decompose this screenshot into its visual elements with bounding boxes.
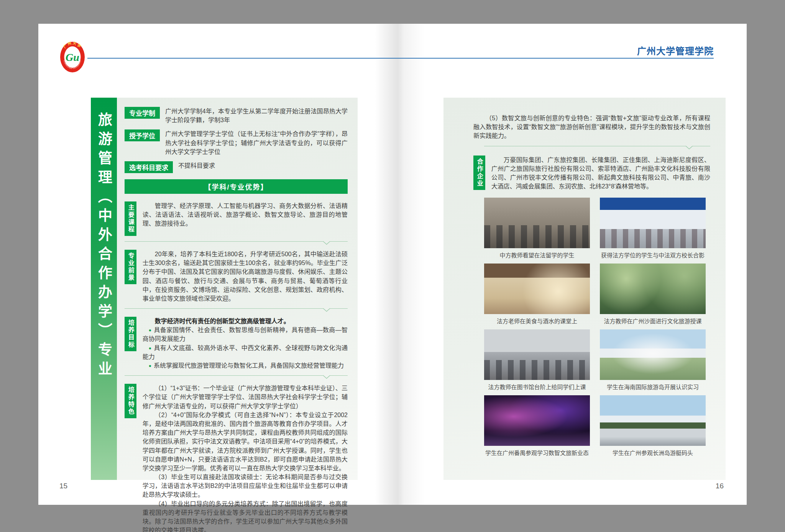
career-prospects-text: 20年来，培养了本科生近1800名，升学考研近500名，其中输送赴法硕士生300… [143,250,348,303]
page-number-left: 15 [59,482,67,490]
school-title: 广州大学管理学院 [637,44,714,57]
photo-degree-ceremony [600,198,706,248]
info-row-subject-requirement: 选考科目要求 不提科目要求 [125,161,348,173]
objective-bullet-text: 具备家国情怀、社会责任、数智思维与创新精神，具有德商—数商—智商协同发展能力 [143,327,348,342]
feature-paragraph-4: （4）毕业出口导向的多元分类培养方式：除了出国出境留学，也高度重视国内的考研升学… [143,499,348,532]
photo-item: 学生在广州番禺参观学习数智文旅新业态 [484,395,590,457]
photo-panyu-digital-tourism [484,395,590,446]
info-row-degree: 授予学位 广州大学管理学学士学位（证书上无标注“中外合作办学”字样），昂热大学社… [125,129,348,156]
photo-food-wine-class [484,264,590,314]
subject-requirement-text: 不提科目要求 [178,161,348,170]
photo-library-steps-class [484,329,590,380]
section-divider [125,308,348,312]
divider-chevron-icon [686,146,693,149]
objective-bullet: ●系统掌握现代旅游管理理论与数智化工具，具备国际文旅经营管理能力 [143,361,348,370]
objective-bullet: ●具备家国情怀、社会责任、数智思维与创新精神，具有德商—数商—智商协同发展能力 [143,326,348,343]
photo-teachers-visit-france [484,198,590,248]
section-career-prospects: 专业前景 20年来，培养了本科生近1800名，升学考研近500名，其中输送赴法硕… [125,250,348,303]
section-training-objectives: 培养目标 数字经济时代有责任的创新型文旅高级管理人才。 ●具备家国情怀、社会责任… [125,317,348,370]
section-divider [484,146,710,149]
objectives-headline: 数字经济时代有责任的创新型文旅高级管理人才。 [143,317,348,326]
feature-paragraph-1: （1）“1+3”证书：一个毕业证（广州大学旅游管理专业本科毕业证）、三个学位证（… [143,384,348,411]
photo-caption: 学生在广州参观长洲岛游艇码头 [600,449,706,457]
photo-caption: 法方教师在图书馆台阶上给同学们上课 [484,383,590,391]
bullet-icon: ● [149,363,151,368]
section-divider [125,241,348,245]
photo-caption: 学生在广州番禺参观学习数智文旅新业态 [484,449,590,457]
photo-item: 法方教师在广州沙面进行文化旅游授课 [600,264,706,325]
feature-paragraph-2: （2）“4+0”国际化办学模式（可自主选择“N+N”）：本专业设立于2002年，… [143,411,348,473]
main-courses-text: 管理学、经济学原理、人工智能与机器学习、商务大数据分析、法语精读、法语语法、法语… [143,201,348,228]
photo-item: 学生在广州参观长洲岛游艇码头 [600,395,706,457]
objective-bullet: ●具有人文底蕴、较高外语水平、中西文化素养、全球视野与跨文化沟通能力 [143,344,348,361]
photo-caption: 中方教师看望在法留学的学生 [484,251,590,259]
vtag-training-features: 培养特色 [125,384,136,418]
divider-chevron-icon [323,241,330,245]
section-main-courses: 主要课程 管理学、经济学原理、人工智能与机器学习、商务大数据分析、法语精读、法语… [125,201,348,236]
partner-companies-text: 万豪国际集团、广东旅控集团、长隆集团、正佳集团、上海迪斯尼度假区、广州广之旅国际… [491,156,710,191]
vtag-career-prospects: 专业前景 [125,250,136,284]
left-page-panel: 专业学制 广州大学学制4年，本专业学生从第二学年度开始注册法国昂热大学学士阶段学… [117,98,358,480]
photo-caption: 学生在海南国际旅游岛开展认识实习 [600,383,706,391]
photo-item: 中方教师看望在法留学的学生 [484,198,590,259]
objective-bullet-text: 系统掌握现代旅游管理理论与数智化工具，具备国际文旅经营管理能力 [154,362,344,369]
brochure-spread-stage: 广州大学 GUANGZHOU UNIVERSITY Gu 广州大学管理学院 旅游… [0,0,785,532]
tag-degree: 授予学位 [125,129,160,141]
info-row-duration: 专业学制 广州大学学制4年，本专业学生从第二学年度开始注册法国昂热大学学士阶段学… [125,107,348,124]
major-title: 旅游管理（中外合作办学）专业 [97,98,111,480]
photo-hainan-internship [600,329,706,380]
photo-grid: 中方教师看望在法留学的学生 获得法方学位的学生与中法双方校长合影 法方老师在美食… [484,198,706,457]
header-rule [87,58,714,59]
right-page-panel: （5）数智文旅与创新创意的专业特色：强调“数智+文旅”驱动专业改革，所有课程融入… [443,98,726,480]
advantage-banner: 【学科/专业优势】 [125,179,348,194]
photo-caption: 获得法方学位的学生与中法双方校长合影 [600,251,706,259]
feature-paragraph-5: （5）数智文旅与创新创意的专业特色：强调“数智+文旅”驱动专业改革，所有课程融入… [473,114,710,141]
vtag-training-objectives: 培养目标 [125,317,136,351]
photo-changzhou-marina [600,395,706,446]
photo-caption: 法方老师在美食与酒水的课堂上 [484,317,590,325]
book-spread: 广州大学 GUANGZHOU UNIVERSITY Gu 广州大学管理学院 旅游… [38,24,747,505]
section-divider [125,375,348,379]
bullet-icon: ● [149,345,152,351]
objective-bullet-text: 具有人文底蕴、较高外语水平、中西文化素养、全球视野与跨文化沟通能力 [143,345,348,360]
divider-chevron-icon [323,308,330,312]
tag-duration: 专业学制 [125,107,160,119]
degree-text: 广州大学管理学学士学位（证书上无标注“中外合作办学”字样），昂热大学社会科学学士… [165,129,348,156]
major-title-strip: 旅游管理（中外合作办学）专业 [91,98,117,480]
duration-text: 广州大学学制4年，本专业学生从第二学年度开始注册法国昂热大学学士阶段学籍，学制3… [165,107,348,124]
tag-subject-requirement: 选考科目要求 [125,161,173,173]
page-number-right: 16 [716,482,724,490]
feature-paragraph-3: （3）毕业生可以直接赴法国攻读硕士：无论本科期间是否参与过交换学习，法语语言水平… [143,473,348,499]
photo-item: 学生在海南国际旅游岛开展认识实习 [600,329,706,391]
university-logo-icon: 广州大学 GUANGZHOU UNIVERSITY Gu [60,41,85,73]
vtag-main-courses: 主要课程 [125,201,136,236]
photo-item: 法方教师在图书馆台阶上给同学们上课 [484,329,590,391]
photo-caption: 法方教师在广州沙面进行文化旅游授课 [600,317,706,325]
photo-item: 获得法方学位的学生与中法双方校长合影 [600,198,706,259]
section-partner-companies: 合作企业 万豪国际集团、广东旅控集团、长隆集团、正佳集团、上海迪斯尼度假区、广州… [473,156,710,191]
logo-monogram: Gu [66,51,79,63]
book-spine-shadow [375,24,425,505]
photo-shamian-culture-class [600,264,706,314]
bullet-icon: ● [149,327,152,333]
section-training-features: 培养特色 （1）“1+3”证书：一个毕业证（广州大学旅游管理专业本科毕业证）、三… [125,384,348,532]
divider-chevron-icon [323,375,330,379]
vtag-partner-companies: 合作企业 [473,156,485,190]
photo-item: 法方老师在美食与酒水的课堂上 [484,264,590,325]
